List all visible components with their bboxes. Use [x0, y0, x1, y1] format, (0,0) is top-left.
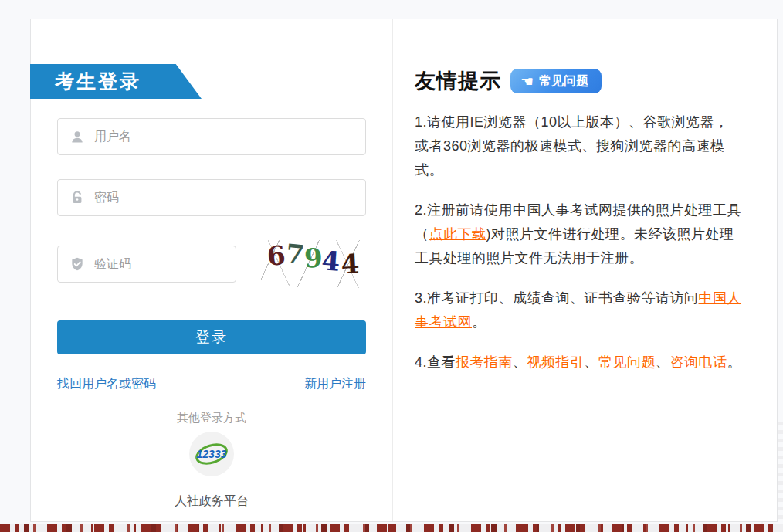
- tip-link[interactable]: 视频指引: [527, 354, 585, 370]
- tips-title: 友情提示: [415, 67, 501, 95]
- captcha-image[interactable]: 67944: [261, 240, 365, 288]
- tip-link[interactable]: 报考指南: [456, 354, 513, 370]
- captcha-row: 67944: [57, 240, 366, 288]
- tip-text: 4.查看: [415, 354, 456, 370]
- other-login-label: 其他登录方式: [177, 411, 246, 425]
- bottom-decorative-band: [0, 524, 783, 532]
- user-icon: [69, 129, 85, 144]
- faq-button[interactable]: ☚ 常见问题: [510, 69, 602, 93]
- captcha-digit: 7: [284, 238, 306, 270]
- tip-item-2: 2.注册前请使用中国人事考试网提供的照片处理工具（点此下载)对照片文件进行处理。…: [415, 198, 741, 270]
- login-panel: 考生登录: [31, 19, 392, 521]
- tip-text: 1.请使用IE浏览器（10以上版本）、谷歌浏览器，或者360浏览器的极速模式、搜…: [415, 114, 729, 178]
- username-field[interactable]: [57, 118, 366, 155]
- tip-link[interactable]: 常见问题: [598, 354, 656, 370]
- login-banner-label: 考生登录: [55, 70, 141, 92]
- password-field[interactable]: [57, 179, 366, 216]
- login-links-row: 找回用户名或密码 新用户注册: [57, 376, 366, 392]
- password-input[interactable]: [94, 180, 365, 215]
- divider-line-left: [118, 418, 166, 418]
- tip-link[interactable]: 点此下载: [429, 226, 486, 242]
- tip-link[interactable]: 咨询电话: [670, 354, 727, 370]
- tip-text: 。: [472, 314, 486, 330]
- tip-text: 。: [727, 354, 742, 370]
- sso-12333-logo[interactable]: 12333: [189, 432, 234, 476]
- tip-text: 、: [656, 354, 670, 370]
- tip-text: 3.准考证打印、成绩查询、证书查验等请访问: [415, 290, 699, 306]
- exam-login-page: { "login": { "banner": "考生登录", "username…: [0, 0, 783, 532]
- captcha-digit: 9: [303, 242, 323, 274]
- shield-check-icon: [69, 256, 85, 272]
- register-link[interactable]: 新用户注册: [304, 376, 366, 392]
- divider-line-right: [257, 418, 305, 418]
- tip-item-4: 4.查看报考指南、视频指引、常见问题、咨询电话。: [415, 351, 741, 374]
- other-login-divider: 其他登录方式: [57, 411, 366, 425]
- forgot-credentials-link[interactable]: 找回用户名或密码: [57, 376, 156, 392]
- tips-header: 友情提示 ☚ 常见问题: [415, 67, 741, 95]
- faq-button-label: 常见问题: [539, 73, 588, 90]
- tip-item-3: 3.准考证打印、成绩查询、证书查验等请访问中国人事考试网。: [415, 286, 741, 334]
- captcha-digit: 4: [320, 245, 341, 277]
- login-button[interactable]: 登录: [57, 320, 366, 354]
- captcha-field[interactable]: [57, 246, 236, 283]
- captcha-digit: 4: [341, 248, 361, 280]
- tip-text: 、: [513, 354, 527, 370]
- tip-item-1: 1.请使用IE浏览器（10以上版本）、谷歌浏览器，或者360浏览器的极速模式、搜…: [415, 110, 741, 182]
- username-input[interactable]: [94, 119, 365, 154]
- sso-login: 12333 人社政务平台: [31, 432, 392, 510]
- svg-text:12333: 12333: [197, 448, 227, 460]
- pointing-hand-icon: ☚: [520, 74, 534, 89]
- captcha-input[interactable]: [94, 246, 254, 282]
- login-banner: 考生登录: [30, 64, 202, 99]
- login-card: 考生登录: [30, 19, 778, 522]
- tip-text: 、: [585, 354, 599, 370]
- logo-12333-icon: 12333: [194, 436, 229, 472]
- lock-icon: [69, 190, 85, 205]
- tips-panel: 友情提示 ☚ 常见问题 1.请使用IE浏览器（10以上版本）、谷歌浏览器，或者3…: [392, 19, 777, 521]
- login-form: 67944 登录 找回用户名或密码 新用户注册: [57, 118, 366, 392]
- sso-label: 人社政务平台: [31, 493, 392, 510]
